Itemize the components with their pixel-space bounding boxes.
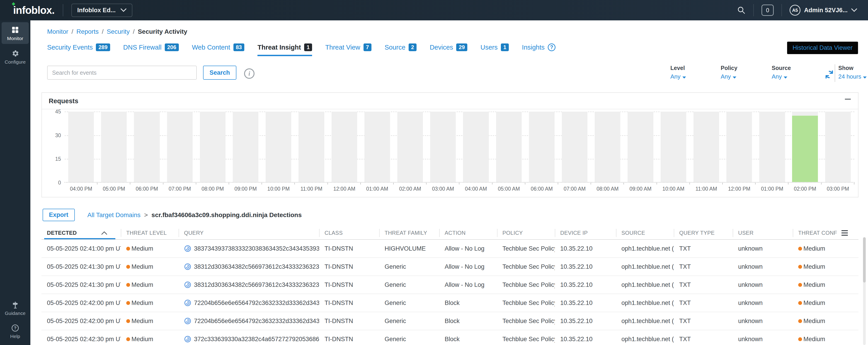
export-button[interactable]: Export: [42, 209, 75, 221]
column-header-threat-confi[interactable]: THREAT CONFI...: [793, 227, 837, 239]
breadcrumb-separator: >: [144, 211, 148, 218]
column-header-source[interactable]: SOURCE: [616, 227, 674, 239]
severity-dot-icon: [126, 265, 130, 269]
x-tick-label: 08:00 AM: [591, 186, 624, 192]
collapse-icon[interactable]: [845, 99, 851, 100]
column-header-policy[interactable]: POLICY: [497, 227, 555, 239]
cell-action: Block: [439, 300, 497, 307]
chart-column-band: [693, 112, 719, 182]
requests-bar[interactable]: [792, 116, 818, 182]
x-tick-label: 01:00 PM: [755, 186, 788, 192]
refresh-icon[interactable]: [825, 70, 834, 79]
tab-devices[interactable]: Devices29: [430, 43, 467, 56]
table-row[interactable]: 05-05-2025 02:42:00 pm UTCMedium72204b65…: [41, 294, 859, 312]
table-row[interactable]: 05-05-2025 02:41:00 pm UTCMedium38373439…: [41, 240, 859, 258]
search-button[interactable]: Search: [203, 66, 236, 80]
sidebar-item-help[interactable]: ? Help: [2, 320, 29, 342]
query-text[interactable]: 38312d303634382c566973612c343332363237..…: [194, 281, 319, 288]
tab-label: DNS Firewall: [123, 44, 162, 51]
notifications-badge[interactable]: 0: [762, 4, 774, 16]
avatar[interactable]: A5: [789, 5, 801, 15]
tab-threat-view[interactable]: Threat View7: [325, 43, 371, 56]
historical-data-viewer-button[interactable]: Historical Data Viewer: [787, 42, 858, 54]
filter-level-dropdown[interactable]: Any: [671, 73, 686, 80]
show-range-dropdown[interactable]: 24 hours: [838, 73, 867, 80]
query-text[interactable]: 72204b656e6e6564792c3632332d33362d3436..…: [194, 300, 319, 307]
column-header-action[interactable]: ACTION: [439, 227, 497, 239]
tab-dns-firewall[interactable]: DNS Firewall206: [123, 43, 179, 56]
sidebar-item-guidance[interactable]: Guidance: [2, 298, 29, 319]
chart-hour-cell: [788, 112, 821, 182]
query-text[interactable]: 383734393738333230383634352c343435393...: [194, 245, 319, 252]
cell-detected: 05-05-2025 02:41:30 pm UTC: [41, 263, 121, 270]
table-row[interactable]: 05-05-2025 02:41:30 pm UTCMedium38312d30…: [41, 276, 859, 294]
app-switcher-dropdown[interactable]: Infoblox Ed...: [71, 4, 132, 17]
info-icon[interactable]: i: [244, 68, 254, 79]
breadcrumb-link-monitor[interactable]: Monitor: [47, 28, 68, 35]
detections-current: scr.fbaf34606a3c09.shopping.ddi.ninja De…: [151, 211, 302, 218]
column-header-device-ip[interactable]: DEVICE IP: [555, 227, 616, 239]
x-axis-tick: [558, 183, 558, 184]
tab-label: Threat Insight: [257, 44, 301, 51]
x-tick-label: 05:00 PM: [97, 186, 130, 192]
tab-security-events[interactable]: Security Events289: [47, 43, 110, 56]
column-header-class[interactable]: CLASS: [319, 227, 379, 239]
cell-class: TI-DNSTN: [319, 336, 379, 343]
topbar-divider: [781, 4, 782, 16]
tab-insights[interactable]: Insights?: [522, 43, 556, 56]
query-text[interactable]: 72204b656e6e6564792c3632332d33362d3436..…: [194, 318, 319, 324]
column-header-label: USER: [738, 230, 753, 236]
tab-threat-insight[interactable]: Threat Insight1: [257, 43, 312, 56]
breadcrumb-link-security[interactable]: Security: [107, 28, 130, 35]
x-tick-label: 12:00 PM: [723, 186, 755, 192]
table-row[interactable]: 05-05-2025 02:42:30 pm UTCMedium372c3336…: [41, 330, 859, 345]
query-text[interactable]: 38312d303634382c566973612c343332363237..…: [194, 263, 319, 270]
filter-label: Policy: [721, 65, 738, 71]
x-tick-label: 09:00 PM: [229, 186, 262, 192]
chart-column-band: [627, 112, 653, 182]
column-header-query-type[interactable]: QUERY TYPE: [674, 227, 733, 239]
column-header-user[interactable]: USER: [733, 227, 793, 239]
search-input[interactable]: [47, 66, 197, 80]
filter-source-dropdown[interactable]: Any: [772, 73, 791, 80]
chevron-down-icon[interactable]: [851, 8, 857, 12]
filter-level: Level Any: [671, 65, 686, 80]
query-text[interactable]: 372c333639330a32382c4a6572727920536865..…: [194, 336, 319, 343]
column-header-query[interactable]: QUERY: [179, 227, 319, 239]
table-row[interactable]: 05-05-2025 02:41:30 pm UTCMedium38312d30…: [41, 258, 859, 276]
chart-hour-cell: [657, 112, 690, 182]
column-header-threat-level[interactable]: THREAT LEVEL: [121, 227, 179, 239]
table-scrollbar[interactable]: [863, 237, 866, 345]
cell-device-ip: 10.35.22.10: [555, 336, 616, 343]
sidebar-item-configure[interactable]: Configure: [2, 46, 29, 67]
table-row[interactable]: 05-05-2025 02:42:00 pm UTCMedium72204b65…: [41, 312, 859, 330]
sidebar: Monitor Configure Guidance ? Help: [0, 21, 30, 345]
cell-user: unknown: [733, 245, 793, 252]
chart-column-band: [397, 112, 423, 182]
chart-hour-cell: [97, 112, 130, 182]
all-target-domains-link[interactable]: All Target Domains: [88, 211, 141, 218]
column-settings-icon[interactable]: [841, 230, 848, 236]
tab-source[interactable]: Source2: [384, 43, 416, 56]
cell-user: unknown: [733, 336, 793, 343]
x-axis-tick: [821, 183, 822, 184]
scrollbar-thumb[interactable]: [863, 237, 866, 282]
chart-column-band: [266, 112, 291, 182]
x-axis-tick: [163, 183, 163, 184]
column-header-detected[interactable]: DETECTED: [41, 227, 121, 239]
sidebar-item-monitor[interactable]: Monitor: [2, 22, 29, 44]
chart-hour-cell: [723, 112, 755, 182]
column-header-threat-family[interactable]: THREAT FAMILY: [379, 227, 439, 239]
breadcrumb-link-reports[interactable]: Reports: [76, 28, 99, 35]
tab-users[interactable]: Users1: [480, 43, 509, 56]
tab-web-content[interactable]: Web Content83: [192, 43, 244, 56]
filter-policy-dropdown[interactable]: Any: [721, 73, 738, 80]
requests-panel-header: Requests: [42, 93, 858, 109]
severity-dot-icon: [798, 337, 802, 341]
x-tick-label: 08:00 PM: [196, 186, 229, 192]
column-header-label: DETECTED: [47, 230, 77, 236]
chart-column-band: [496, 112, 522, 182]
search-icon[interactable]: [737, 6, 746, 14]
column-header-label: POLICY: [502, 230, 523, 236]
help-icon[interactable]: ?: [548, 43, 556, 51]
